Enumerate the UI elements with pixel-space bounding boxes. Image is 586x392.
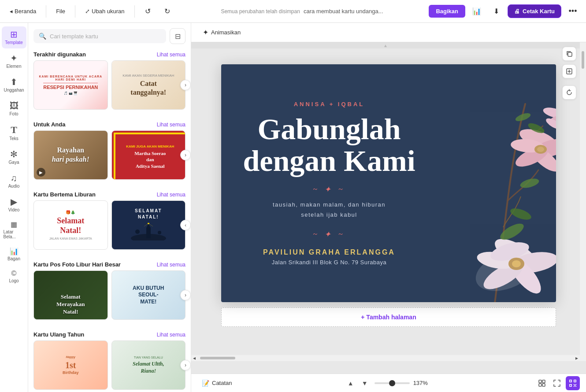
svg-point-32 [498,221,526,243]
svg-point-20 [508,258,524,270]
template-card-t2[interactable]: KAMI AKAN SEGERA MENIKAH Catattanggalnya… [111,60,186,110]
sidebar-item-gaya[interactable]: ✻ Gaya [2,146,26,168]
share-button[interactable]: Bagikan [429,5,465,18]
section-posfoto: Kartu Pos Foto Libur Hari Besar Lihat se… [33,258,185,320]
more-options-button[interactable]: ••• [565,4,581,19]
back-label: Beranda [15,8,36,15]
template-card-t9[interactable]: Happy 1st Birthday [33,340,108,390]
scroll-right-arrow[interactable]: ▸ [575,355,578,361]
terakhir-arrow[interactable]: › [180,80,191,90]
file-menu-button[interactable]: File [52,5,70,17]
undo-button[interactable]: ↺ [140,4,156,19]
template-card-t1[interactable]: KAMI BERENCANA UNTUK ACARA HARI DEMI HAR… [33,60,108,110]
doc-name[interactable]: cara membuat kartu undanga... [304,8,383,15]
page-up-button[interactable]: ▲ [345,377,357,389]
sidebar-item-teks[interactable]: T Teks [2,122,26,144]
liburan-hide[interactable]: ‹ [180,220,191,230]
vertical-scrollbar[interactable] [580,42,586,361]
download-button[interactable]: ⬇ [488,4,504,19]
bar-chart-icon: 📊 [472,7,481,15]
svg-point-34 [519,177,540,190]
download-icon: ⬇ [493,7,499,15]
scroll-up-arrow[interactable]: ▲ [383,43,388,48]
sidebar-item-bagan[interactable]: 📊 Bagan [2,244,26,265]
card-title-line2: dengan Kami [243,144,415,178]
zoom-slider[interactable] [375,382,410,384]
sidebar-item-foto[interactable]: 🖼 Foto [2,98,26,120]
template-card-t8[interactable]: AKU BUTUHSEOUL-MATE! [111,270,186,320]
template-card-t3[interactable]: Rayahanhari paskah! ▶ [33,130,108,180]
template-card-t5[interactable]: 🎁🎄 SelamatNatal! JALAN KANA EMAS JAKARTA [33,200,108,250]
svg-point-28 [537,147,544,152]
printer-icon: 🖨 [514,8,520,15]
ultah-arrow[interactable]: › [180,360,191,370]
scroll-left-arrow[interactable]: ◂ [193,355,196,361]
untukanda-arrow[interactable]: › [180,150,191,160]
sidebar-item-latar[interactable]: ▦ Latar Bela... [2,218,26,243]
filter-icon: ⊟ [175,32,181,41]
copy-page-button[interactable] [562,47,576,61]
svg-point-33 [509,206,533,222]
sidebar-item-video[interactable]: ▶ Video [2,194,26,216]
print-button[interactable]: 🖨 Cetak Kartu [508,4,561,18]
scrollbar-h-thumb[interactable] [200,357,235,359]
sidebar-item-audio[interactable]: ♫ Audio [2,170,26,192]
grid-view-button[interactable] [536,377,548,389]
sidebar-item-elemen[interactable]: ✦ Elemen [2,50,26,72]
svg-point-17 [480,257,527,295]
card-content: ANNISA + IQBAL Gabunglah dengan Kami ~ ✦… [221,64,437,302]
search-icon: 🔍 [39,33,46,40]
add-page-bar[interactable]: + Tambah halaman [221,307,556,327]
untukanda-grid: Rayahanhari paskah! ▶ KAMI JUGA AKAN MEN… [33,130,185,180]
section-posfoto-link[interactable]: Lihat semua [157,262,185,268]
catatan-button[interactable]: 📝 Catatan [197,378,237,388]
section-liburan-link[interactable]: Lihat semua [157,192,185,198]
wedding-card[interactable]: ANNISA + IQBAL Gabunglah dengan Kami ~ ✦… [221,64,556,302]
search-input-wrapper[interactable]: 🔍 Cari template kartu [33,29,166,43]
section-terakhir-header: Terakhir digunakan Lihat semua [33,48,185,60]
search-placeholder: Cari template kartu [50,33,98,40]
nativity-silhouette [131,223,166,242]
card-subtitle: tausiah, makan malam, dan hiburan setela… [273,200,386,220]
template-card-t4[interactable]: KAMI JUGA AKAN MENIKAH Martha SoeraodanA… [111,130,186,180]
zoom-control [375,382,410,384]
template-card-t10[interactable]: TIAN YANG SELALU Selamat Ultth,Riana! [111,340,186,390]
horizontal-scrollbar[interactable]: ◂ ▸ [191,355,580,361]
zoom-thumb[interactable] [389,380,395,386]
section-terakhir: Terakhir digunakan Lihat semua KAMI BERE… [33,48,185,110]
sidebar-item-label-template: Template [5,40,23,45]
scrollbar-v-thumb[interactable] [582,51,584,69]
analytics-button[interactable]: 📊 [469,4,485,19]
page-down-button[interactable]: ▼ [359,377,371,389]
redo-button[interactable]: ↻ [159,4,175,19]
section-untukanda-link[interactable]: Lihat semua [157,122,185,128]
play-icon: ▶ [37,168,45,177]
qr-button[interactable] [566,376,580,390]
add-page-button[interactable] [562,64,576,78]
section-posfoto-title: Kartu Pos Foto Libur Hari Besar [33,261,121,268]
section-liburan-header: Kartu Bertema Liburan Lihat semua [33,188,185,200]
sidebar-item-unggahan[interactable]: ⬆ Unggahan [2,74,26,96]
fullscreen-button[interactable] [551,377,563,389]
back-button[interactable]: ◂ Beranda [5,5,41,17]
search-bar: 🔍 Cari template kartu ⊟ [28,23,191,48]
canvas-scroll-area[interactable]: ▲ [191,42,586,374]
sidebar-item-template[interactable]: ⊞ Template [2,26,26,48]
sidebar-item-logo[interactable]: © Logo [2,266,26,287]
section-terakhir-link[interactable]: Lihat semua [157,52,185,58]
animate-button[interactable]: ✦ Animasikan [198,26,245,39]
card-title-line1: Gabunglah [257,112,401,146]
section-posfoto-header: Kartu Pos Foto Libur Hari Besar Lihat se… [33,258,185,270]
sidebar-item-label-video: Video [8,207,19,212]
posfoto-arrow[interactable]: › [180,290,191,300]
section-ultah-link[interactable]: Lihat semua [157,332,185,338]
filter-button[interactable]: ⊟ [170,28,185,44]
refresh-button[interactable] [562,85,576,100]
svg-rect-37 [539,380,541,383]
divider-3 [134,5,135,18]
resize-button[interactable]: ⤢ Ubah ukuran [81,5,129,17]
template-panel: 🔍 Cari template kartu ⊟ Terakhir digunak… [28,23,191,392]
upload-icon: ⬆ [10,78,18,86]
template-card-t6[interactable]: SELAMATNATAL! [111,200,186,250]
template-card-t7[interactable]: SelamatMerayakanNatal! [33,270,108,320]
